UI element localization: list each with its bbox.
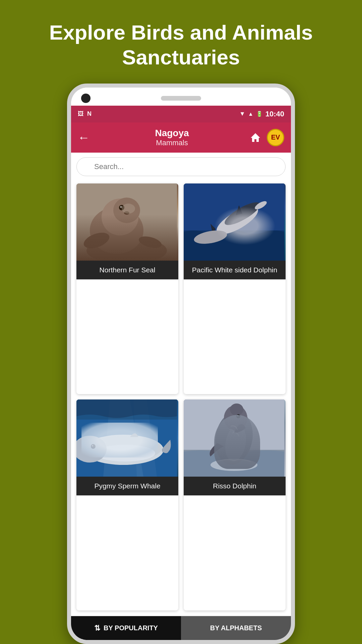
ev-badge-button[interactable]: EV	[267, 129, 284, 146]
back-button[interactable]: ←	[78, 130, 90, 145]
tab-alphabets[interactable]: BY ALPHABETS	[181, 616, 291, 640]
animal-card-pacific-dolphin[interactable]: Pacific White sided Dolphin	[184, 183, 286, 394]
animal-label-risso-dolphin: Risso Dolphin	[184, 477, 286, 495]
popularity-label: BY POPULARITY	[104, 624, 158, 632]
search-wrapper: 🔍	[76, 157, 286, 176]
animal-label-pygmy-sperm-whale: Pygmy Sperm Whale	[76, 477, 178, 495]
header-title: Explore Birds and Animals Sanctuaries	[49, 21, 313, 69]
status-bar-left: 🖼 N	[78, 110, 92, 117]
phone-top	[71, 88, 291, 106]
animal-label-pacific-dolphin: Pacific White sided Dolphin	[184, 261, 286, 279]
svg-point-29	[92, 445, 93, 446]
animal-card-pygmy-sperm-whale[interactable]: Pygmy Sperm Whale	[76, 399, 178, 610]
search-input[interactable]	[76, 157, 286, 176]
svg-point-10	[137, 234, 163, 250]
phone-frame: 🖼 N ▼ ▲ 🔋 10:40 ← Nagoya Mammals EV �	[67, 84, 295, 644]
svg-point-7	[120, 206, 122, 208]
wifi-icon: ▼	[239, 110, 245, 117]
svg-point-26	[95, 445, 155, 462]
svg-point-9	[82, 229, 112, 251]
phone-camera	[81, 94, 90, 103]
toolbar-title: Nagoya Mammals	[97, 128, 247, 147]
animal-image-pacific-dolphin	[184, 183, 286, 261]
notification-icon: N	[87, 110, 92, 117]
svg-point-38	[236, 414, 240, 418]
svg-marker-0	[251, 133, 260, 142]
animal-grid: Northern Fur Seal	[71, 181, 291, 616]
sort-icon: ⇅	[94, 624, 100, 633]
svg-point-40	[210, 459, 257, 471]
svg-point-35	[223, 423, 249, 463]
status-time: 10:40	[265, 110, 284, 118]
svg-point-2	[86, 237, 167, 261]
phone-speaker	[161, 96, 201, 101]
alphabets-label: BY ALPHABETS	[210, 624, 262, 632]
animal-card-northern-fur-seal[interactable]: Northern Fur Seal	[76, 183, 178, 394]
svg-point-39	[237, 415, 238, 416]
svg-rect-1	[76, 183, 177, 261]
animal-image-risso-dolphin	[184, 399, 286, 477]
bottom-tabs: ⇅ BY POPULARITY BY ALPHABETS	[71, 616, 291, 640]
animal-card-risso-dolphin[interactable]: Risso Dolphin	[184, 399, 286, 610]
home-button[interactable]	[247, 129, 263, 146]
svg-point-28	[91, 444, 96, 449]
svg-point-14	[213, 201, 262, 239]
svg-point-25	[85, 435, 162, 461]
animal-image-pygmy-sperm-whale	[76, 399, 178, 477]
app-toolbar: ← Nagoya Mammals EV	[71, 122, 291, 153]
search-bar-container: 🔍	[71, 153, 291, 181]
svg-marker-17	[236, 205, 242, 215]
status-bar: 🖼 N ▼ ▲ 🔋 10:40	[71, 106, 291, 122]
animal-label-northern-fur-seal: Northern Fur Seal	[76, 261, 178, 279]
tab-popularity[interactable]: ⇅ BY POPULARITY	[71, 616, 181, 640]
animal-image-northern-fur-seal	[76, 183, 178, 261]
battery-icon: 🔋	[256, 111, 263, 117]
image-icon: 🖼	[78, 110, 84, 117]
svg-point-37	[230, 404, 243, 416]
toolbar-icons: EV	[247, 129, 284, 146]
status-bar-right: ▼ ▲ 🔋 10:40	[239, 110, 284, 118]
signal-icon: ▲	[248, 111, 253, 117]
toolbar-location: Nagoya	[97, 128, 247, 139]
toolbar-category: Mammals	[97, 139, 247, 147]
page-header: Explore Birds and Animals Sanctuaries	[0, 0, 362, 84]
svg-point-11	[122, 204, 135, 214]
